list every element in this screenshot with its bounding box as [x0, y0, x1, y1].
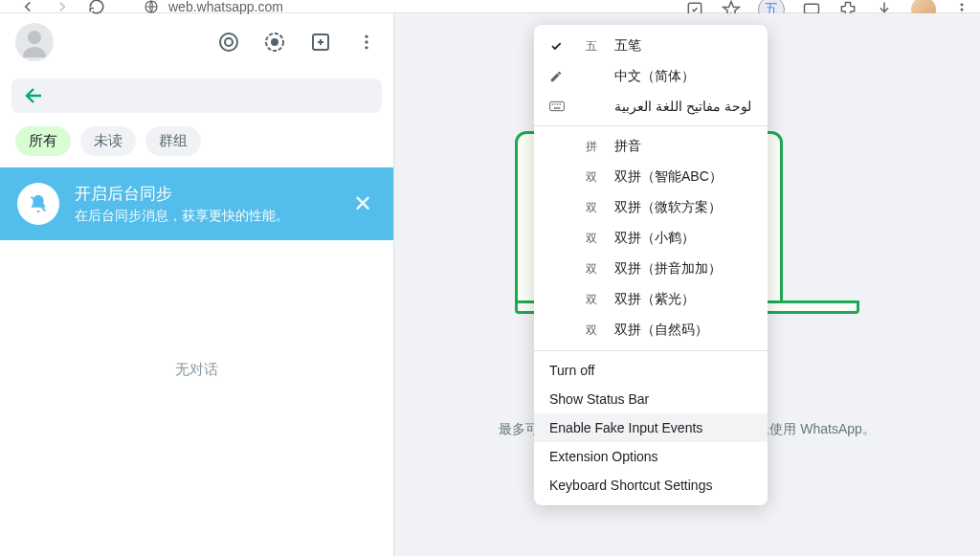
ime-badge: 双: [582, 169, 601, 186]
ime-badge: 双: [582, 322, 601, 339]
svg-point-12: [365, 35, 368, 38]
ime-option[interactable]: لوحة مفاتيح اللغة العربية: [534, 92, 768, 121]
svg-rect-2: [805, 4, 819, 13]
svg-rect-18: [554, 103, 555, 104]
filter-groups[interactable]: 群组: [145, 126, 201, 156]
ime-badge: 双: [582, 200, 601, 216]
ime-label: 五笔: [614, 37, 752, 55]
status-icon[interactable]: [263, 31, 286, 54]
ime-option[interactable]: 拼拼音: [534, 131, 768, 162]
empty-text: 无对话: [175, 361, 218, 379]
svg-point-14: [365, 46, 368, 49]
search-input[interactable]: [11, 78, 382, 113]
menu-action-label: Show Status Bar: [549, 391, 752, 407]
ime-badge: 拼: [582, 139, 601, 155]
filter-all[interactable]: 所有: [15, 126, 71, 156]
svg-point-10: [272, 39, 278, 45]
communities-icon[interactable]: [217, 31, 240, 54]
svg-point-6: [28, 31, 41, 44]
svg-rect-20: [560, 103, 561, 104]
menu-action-label: Turn off: [549, 363, 752, 378]
svg-rect-16: [550, 101, 565, 110]
svg-rect-21: [554, 107, 561, 108]
ime-label: 双拼（拼音加加）: [614, 260, 752, 278]
empty-chat-list: 无对话: [0, 240, 393, 556]
app-container: 所有 未读 群组 开启后台同步 在后台同步消息，获享更快的性能。 ✕ 无对话: [0, 13, 980, 556]
ime-label: 双拼（小鹤）: [614, 230, 752, 247]
svg-rect-19: [557, 103, 558, 104]
menu-divider: [534, 350, 768, 351]
svg-point-8: [225, 38, 233, 46]
ime-option[interactable]: 双双拼（拼音加加）: [534, 254, 768, 284]
ime-badge: 双: [582, 261, 601, 278]
menu-icon[interactable]: [355, 31, 378, 54]
ime-option[interactable]: 中文（简体）: [534, 61, 768, 92]
menu-action[interactable]: Extension Options: [534, 442, 768, 471]
search-back-icon[interactable]: [23, 84, 46, 107]
menu-action[interactable]: Keyboard Shortcut Settings: [534, 471, 768, 500]
nav-forward-icon: [54, 0, 71, 15]
notice-description: 在后台同步消息，获享更快的性能。: [75, 208, 334, 225]
check-icon: [549, 39, 568, 53]
ime-option[interactable]: 双双拼（智能ABC）: [534, 162, 768, 192]
pencil-icon: [549, 70, 568, 83]
user-avatar[interactable]: [15, 23, 54, 61]
svg-point-13: [365, 40, 368, 43]
ime-badge: 双: [582, 292, 601, 308]
menu-action[interactable]: Show Status Bar: [534, 385, 768, 413]
ime-option[interactable]: 双双拼（紫光）: [534, 284, 768, 315]
ime-label: 双拼（紫光）: [614, 291, 752, 308]
ime-label: 中文（简体）: [614, 68, 752, 85]
filter-chips: 所有 未读 群组: [0, 121, 393, 167]
menu-action-label: Enable Fake Input Events: [549, 420, 752, 435]
site-lock-icon[interactable]: [144, 0, 159, 14]
notice-title: 开启后台同步: [75, 183, 334, 205]
sync-notice-banner[interactable]: 开启后台同步 在后台同步消息，获享更快的性能。 ✕: [0, 167, 393, 240]
url-text[interactable]: web.whatsapp.com: [168, 0, 283, 14]
ime-label: 拼音: [614, 138, 752, 155]
reload-icon[interactable]: [88, 0, 105, 15]
ime-option[interactable]: 双双拼（微软方案）: [534, 192, 768, 223]
chat-list-panel: 所有 未读 群组 开启后台同步 在后台同步消息，获享更快的性能。 ✕ 无对话: [0, 13, 394, 556]
menu-action[interactable]: Turn off: [534, 356, 768, 385]
nav-back-icon[interactable]: [19, 0, 36, 15]
ime-label: لوحة مفاتيح اللغة العربية: [614, 99, 752, 114]
ime-option[interactable]: 双双拼（小鹤）: [534, 223, 768, 254]
svg-point-7: [220, 33, 237, 51]
ime-label: 双拼（智能ABC）: [614, 168, 752, 186]
notice-close-icon[interactable]: ✕: [349, 190, 376, 217]
ime-label: 双拼（自然码）: [614, 322, 752, 339]
ime-badge: 五: [582, 38, 601, 55]
svg-point-4: [961, 9, 964, 11]
ime-option[interactable]: 五五笔: [534, 31, 768, 61]
filter-unread[interactable]: 未读: [80, 126, 136, 156]
menu-action-label: Extension Options: [549, 449, 752, 464]
keyboard-icon: [549, 100, 568, 112]
ime-dropdown-menu: 五五笔中文（简体）لوحة مفاتيح اللغة العربية 拼拼音双双…: [534, 25, 768, 505]
chat-list-header: [0, 13, 393, 71]
svg-rect-17: [552, 103, 553, 104]
new-chat-icon[interactable]: [309, 31, 332, 54]
search-area: [0, 71, 393, 121]
ime-option[interactable]: 双双拼（自然码）: [534, 315, 768, 345]
menu-action-label: Keyboard Shortcut Settings: [549, 478, 752, 493]
ime-badge: 双: [582, 231, 601, 247]
svg-point-3: [961, 3, 964, 6]
ime-label: 双拼（微软方案）: [614, 199, 752, 216]
menu-divider: [534, 125, 768, 126]
browser-toolbar: web.whatsapp.com 五: [0, 0, 980, 13]
bell-icon: [17, 183, 59, 225]
menu-action[interactable]: Enable Fake Input Events: [534, 413, 768, 442]
